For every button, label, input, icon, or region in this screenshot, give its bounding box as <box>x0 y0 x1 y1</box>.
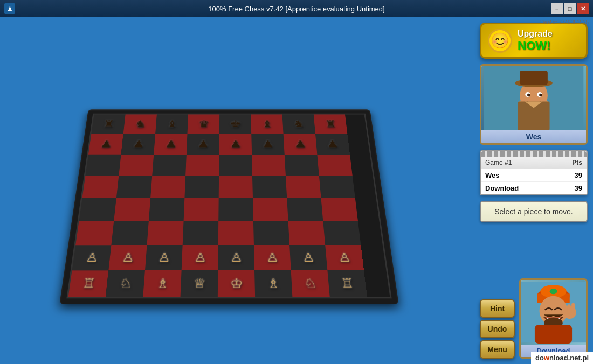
cell-2-1[interactable] <box>119 155 154 176</box>
cell-3-1[interactable] <box>116 176 152 198</box>
cell-3-4[interactable] <box>219 176 253 198</box>
chess-piece[interactable]: ♙ <box>194 251 206 264</box>
chess-piece[interactable]: ♟ <box>294 139 306 149</box>
cell-4-1[interactable] <box>114 198 150 221</box>
cell-6-3[interactable]: ♙ <box>182 245 218 270</box>
chess-piece[interactable]: ♟ <box>230 139 241 149</box>
cell-0-3[interactable]: ♛ <box>187 114 219 134</box>
cell-2-4[interactable] <box>219 155 252 176</box>
cell-6-7[interactable]: ♙ <box>325 245 364 270</box>
cell-7-1[interactable]: ♘ <box>106 270 145 297</box>
chess-piece[interactable]: ♙ <box>266 251 279 264</box>
cell-7-7[interactable]: ♖ <box>327 270 367 297</box>
cell-7-2[interactable]: ♗ <box>143 270 181 297</box>
cell-4-3[interactable] <box>184 198 219 221</box>
cell-3-2[interactable] <box>150 176 185 198</box>
cell-1-4[interactable]: ♟ <box>219 134 252 155</box>
cell-1-2[interactable]: ♟ <box>154 134 187 155</box>
cell-5-5[interactable] <box>253 221 289 245</box>
cell-5-4[interactable] <box>218 221 254 245</box>
cell-3-3[interactable] <box>184 176 219 198</box>
chess-piece[interactable]: ♘ <box>304 277 317 290</box>
chess-piece[interactable]: ♞ <box>134 120 146 129</box>
chess-piece[interactable]: ♙ <box>301 251 315 264</box>
chess-piece[interactable]: ♙ <box>337 251 351 264</box>
chess-piece[interactable]: ♗ <box>156 277 169 290</box>
cell-5-2[interactable] <box>147 221 183 245</box>
cell-1-0[interactable]: ♟ <box>88 134 123 155</box>
chess-piece[interactable]: ♟ <box>197 139 209 149</box>
chess-piece[interactable]: ♚ <box>230 120 241 129</box>
chess-piece[interactable]: ♟ <box>262 139 274 149</box>
cell-7-0[interactable]: ♖ <box>68 270 109 297</box>
chess-piece[interactable]: ♝ <box>166 120 177 129</box>
chess-piece[interactable]: ♕ <box>193 277 206 290</box>
chess-piece[interactable]: ♙ <box>230 251 242 264</box>
hint-button[interactable]: Hint <box>480 299 515 318</box>
chess-piece[interactable]: ♘ <box>119 277 133 290</box>
chess-piece[interactable]: ♗ <box>267 277 280 290</box>
cell-1-7[interactable]: ♟ <box>315 134 350 155</box>
cell-6-2[interactable]: ♙ <box>145 245 183 270</box>
cell-0-5[interactable]: ♝ <box>251 114 283 134</box>
cell-0-1[interactable]: ♞ <box>123 114 157 134</box>
cell-4-7[interactable] <box>321 198 357 221</box>
cell-7-5[interactable]: ♗ <box>254 270 292 297</box>
cell-4-5[interactable] <box>253 198 288 221</box>
cell-0-2[interactable]: ♝ <box>155 114 188 134</box>
cell-6-6[interactable]: ♙ <box>289 245 327 270</box>
cell-4-6[interactable] <box>287 198 323 221</box>
cell-2-0[interactable] <box>85 155 121 176</box>
minimize-button[interactable]: – <box>551 3 563 14</box>
cell-0-7[interactable]: ♜ <box>314 114 348 134</box>
cell-0-4[interactable]: ♚ <box>219 114 251 134</box>
cell-6-5[interactable]: ♙ <box>254 245 291 270</box>
cell-1-1[interactable]: ♟ <box>121 134 155 155</box>
chess-piece[interactable]: ♟ <box>165 139 177 149</box>
chess-piece[interactable]: ♜ <box>102 120 115 129</box>
chess-piece[interactable]: ♟ <box>132 139 144 149</box>
chess-piece[interactable]: ♛ <box>198 120 209 129</box>
cell-3-5[interactable] <box>252 176 287 198</box>
cell-4-2[interactable] <box>149 198 185 221</box>
cell-0-0[interactable]: ♜ <box>91 114 125 134</box>
cell-6-1[interactable]: ♙ <box>108 245 147 270</box>
cell-1-6[interactable]: ♟ <box>284 134 318 155</box>
cell-6-0[interactable]: ♙ <box>72 245 112 270</box>
cell-4-0[interactable] <box>79 198 116 221</box>
cell-2-7[interactable] <box>317 155 352 176</box>
cell-6-4[interactable]: ♙ <box>218 245 254 270</box>
cell-3-7[interactable] <box>319 176 355 198</box>
maximize-button[interactable]: □ <box>564 3 576 14</box>
close-button[interactable]: ✕ <box>577 3 589 14</box>
cell-5-6[interactable] <box>288 221 326 245</box>
chess-piece[interactable]: ♟ <box>326 139 339 149</box>
cell-3-6[interactable] <box>286 176 321 198</box>
cell-3-0[interactable] <box>82 176 119 198</box>
cell-2-2[interactable] <box>152 155 187 176</box>
undo-button[interactable]: Undo <box>480 320 515 338</box>
cell-5-1[interactable] <box>111 221 149 245</box>
chess-piece[interactable]: ♝ <box>261 120 273 129</box>
cell-7-3[interactable]: ♕ <box>181 270 218 297</box>
chess-piece[interactable]: ♙ <box>85 251 99 264</box>
chess-piece[interactable]: ♟ <box>100 139 112 149</box>
chess-piece[interactable]: ♔ <box>230 277 243 290</box>
cell-7-4[interactable]: ♔ <box>218 270 255 297</box>
cell-2-6[interactable] <box>285 155 319 176</box>
cell-5-0[interactable] <box>75 221 114 245</box>
chess-piece[interactable]: ♞ <box>293 120 305 129</box>
cell-1-3[interactable]: ♟ <box>187 134 219 155</box>
chess-piece[interactable]: ♖ <box>340 277 354 290</box>
chess-piece[interactable]: ♙ <box>157 251 171 264</box>
cell-2-5[interactable] <box>252 155 286 176</box>
chess-piece[interactable]: ♜ <box>325 120 336 129</box>
cell-0-6[interactable]: ♞ <box>282 114 315 134</box>
cell-1-5[interactable]: ♟ <box>251 134 284 155</box>
cell-5-3[interactable] <box>183 221 219 245</box>
chess-board[interactable]: ♜♞♝♛♚♝♞♜♟♟♟♟♟♟♟♟♙♙♙♙♙♙♙♙♖♘♗♕♔♗♘♖ <box>66 114 391 299</box>
cell-4-4[interactable] <box>218 198 253 221</box>
chess-piece[interactable]: ♙ <box>121 251 135 264</box>
chess-piece[interactable]: ♖ <box>81 277 96 290</box>
cell-2-3[interactable] <box>185 155 219 176</box>
